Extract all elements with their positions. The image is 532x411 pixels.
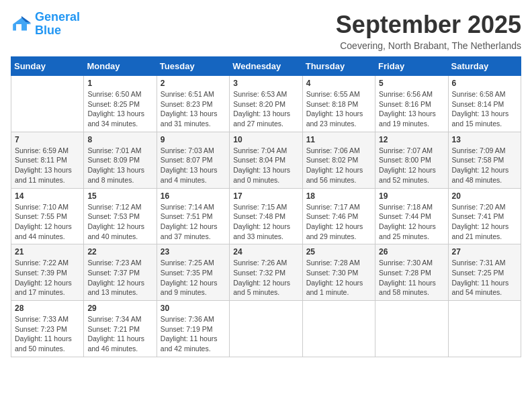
weekday-header: Monday xyxy=(84,57,157,76)
calendar-cell: 29Sunrise: 7:34 AM Sunset: 7:21 PM Dayli… xyxy=(84,301,157,357)
calendar-cell: 14Sunrise: 7:10 AM Sunset: 7:55 PM Dayli… xyxy=(11,188,84,244)
day-number: 24 xyxy=(233,247,298,257)
day-info: Sunrise: 7:31 AM Sunset: 7:25 PM Dayligh… xyxy=(452,258,517,298)
day-info: Sunrise: 7:36 AM Sunset: 7:19 PM Dayligh… xyxy=(161,314,226,354)
day-number: 6 xyxy=(452,79,517,88)
location: Coevering, North Brabant, The Netherland… xyxy=(336,40,521,51)
day-number: 30 xyxy=(161,304,226,313)
calendar-cell: 16Sunrise: 7:14 AM Sunset: 7:51 PM Dayli… xyxy=(157,188,229,244)
day-info: Sunrise: 7:06 AM Sunset: 8:02 PM Dayligh… xyxy=(306,146,371,185)
day-number: 2 xyxy=(161,79,226,88)
svg-marker-0 xyxy=(13,17,31,30)
day-info: Sunrise: 7:12 AM Sunset: 7:53 PM Dayligh… xyxy=(87,202,152,242)
day-info: Sunrise: 6:56 AM Sunset: 8:16 PM Dayligh… xyxy=(379,89,444,129)
day-info: Sunrise: 7:15 AM Sunset: 7:48 PM Dayligh… xyxy=(233,202,298,242)
calendar-cell: 5Sunrise: 6:56 AM Sunset: 8:16 PM Daylig… xyxy=(375,76,448,132)
page-header: General Blue September 2025 Coevering, N… xyxy=(11,11,521,51)
day-info: Sunrise: 6:51 AM Sunset: 8:23 PM Dayligh… xyxy=(161,89,226,129)
day-number: 9 xyxy=(161,135,226,144)
calendar-cell: 18Sunrise: 7:17 AM Sunset: 7:46 PM Dayli… xyxy=(302,188,375,244)
day-info: Sunrise: 7:30 AM Sunset: 7:28 PM Dayligh… xyxy=(379,258,444,298)
calendar-header-row: SundayMondayTuesdayWednesdayThursdayFrid… xyxy=(11,57,521,76)
day-number: 13 xyxy=(452,135,517,144)
calendar-cell: 10Sunrise: 7:04 AM Sunset: 8:04 PM Dayli… xyxy=(230,132,302,188)
day-number: 28 xyxy=(15,304,80,313)
calendar-cell xyxy=(448,301,521,357)
day-info: Sunrise: 7:17 AM Sunset: 7:46 PM Dayligh… xyxy=(306,202,371,242)
day-number: 11 xyxy=(306,135,371,144)
day-info: Sunrise: 6:53 AM Sunset: 8:20 PM Dayligh… xyxy=(233,89,298,129)
logo: General Blue xyxy=(11,11,80,38)
weekday-header: Tuesday xyxy=(157,57,229,76)
day-info: Sunrise: 7:10 AM Sunset: 7:55 PM Dayligh… xyxy=(15,202,80,242)
day-info: Sunrise: 7:26 AM Sunset: 7:32 PM Dayligh… xyxy=(233,258,298,298)
calendar-cell: 15Sunrise: 7:12 AM Sunset: 7:53 PM Dayli… xyxy=(84,188,157,244)
weekday-header: Wednesday xyxy=(230,57,302,76)
month-title: September 2025 xyxy=(336,11,521,39)
calendar-cell: 23Sunrise: 7:25 AM Sunset: 7:35 PM Dayli… xyxy=(157,244,229,301)
day-number: 18 xyxy=(306,191,371,201)
day-info: Sunrise: 6:58 AM Sunset: 8:14 PM Dayligh… xyxy=(452,89,517,129)
calendar-cell: 8Sunrise: 7:01 AM Sunset: 8:09 PM Daylig… xyxy=(84,132,157,188)
weekday-header: Friday xyxy=(375,57,448,76)
calendar-cell: 9Sunrise: 7:03 AM Sunset: 8:07 PM Daylig… xyxy=(157,132,229,188)
day-number: 26 xyxy=(379,247,444,257)
calendar-cell: 20Sunrise: 7:20 AM Sunset: 7:41 PM Dayli… xyxy=(448,188,521,244)
calendar-cell xyxy=(230,301,302,357)
day-info: Sunrise: 7:04 AM Sunset: 8:04 PM Dayligh… xyxy=(233,146,298,185)
calendar-cell: 21Sunrise: 7:22 AM Sunset: 7:39 PM Dayli… xyxy=(11,244,84,301)
calendar-cell xyxy=(302,301,375,357)
calendar-cell: 26Sunrise: 7:30 AM Sunset: 7:28 PM Dayli… xyxy=(375,244,448,301)
weekday-header: Sunday xyxy=(11,57,84,76)
day-number: 5 xyxy=(379,79,444,88)
day-number: 3 xyxy=(233,79,298,88)
day-info: Sunrise: 7:34 AM Sunset: 7:21 PM Dayligh… xyxy=(87,314,152,354)
day-number: 27 xyxy=(452,247,517,257)
day-info: Sunrise: 7:20 AM Sunset: 7:41 PM Dayligh… xyxy=(452,202,517,242)
day-number: 20 xyxy=(452,191,517,201)
day-number: 15 xyxy=(87,191,152,201)
calendar-week-row: 1Sunrise: 6:50 AM Sunset: 8:25 PM Daylig… xyxy=(11,76,521,132)
calendar-cell: 4Sunrise: 6:55 AM Sunset: 8:18 PM Daylig… xyxy=(302,76,375,132)
day-info: Sunrise: 7:18 AM Sunset: 7:44 PM Dayligh… xyxy=(379,202,444,242)
day-info: Sunrise: 6:59 AM Sunset: 8:11 PM Dayligh… xyxy=(15,146,80,185)
day-info: Sunrise: 7:14 AM Sunset: 7:51 PM Dayligh… xyxy=(161,202,226,242)
day-number: 10 xyxy=(233,135,298,144)
day-number: 23 xyxy=(161,247,226,257)
logo-text: General Blue xyxy=(35,11,80,38)
calendar-cell xyxy=(375,301,448,357)
day-number: 17 xyxy=(233,191,298,201)
calendar-cell: 1Sunrise: 6:50 AM Sunset: 8:25 PM Daylig… xyxy=(84,76,157,132)
weekday-header: Thursday xyxy=(302,57,375,76)
calendar-cell: 6Sunrise: 6:58 AM Sunset: 8:14 PM Daylig… xyxy=(448,76,521,132)
calendar-cell xyxy=(11,76,84,132)
logo-icon xyxy=(11,13,32,35)
calendar-cell: 28Sunrise: 7:33 AM Sunset: 7:23 PM Dayli… xyxy=(11,301,84,357)
day-info: Sunrise: 7:33 AM Sunset: 7:23 PM Dayligh… xyxy=(15,314,80,354)
calendar-cell: 27Sunrise: 7:31 AM Sunset: 7:25 PM Dayli… xyxy=(448,244,521,301)
calendar-cell: 11Sunrise: 7:06 AM Sunset: 8:02 PM Dayli… xyxy=(302,132,375,188)
day-number: 14 xyxy=(15,191,80,201)
day-number: 1 xyxy=(87,79,152,88)
day-number: 29 xyxy=(87,304,152,313)
day-number: 7 xyxy=(15,135,80,144)
calendar-cell: 30Sunrise: 7:36 AM Sunset: 7:19 PM Dayli… xyxy=(157,301,229,357)
day-number: 4 xyxy=(306,79,371,88)
calendar-cell: 17Sunrise: 7:15 AM Sunset: 7:48 PM Dayli… xyxy=(230,188,302,244)
day-info: Sunrise: 6:55 AM Sunset: 8:18 PM Dayligh… xyxy=(306,89,371,129)
calendar-week-row: 21Sunrise: 7:22 AM Sunset: 7:39 PM Dayli… xyxy=(11,244,521,301)
calendar-cell: 22Sunrise: 7:23 AM Sunset: 7:37 PM Dayli… xyxy=(84,244,157,301)
day-number: 25 xyxy=(306,247,371,257)
day-info: Sunrise: 6:50 AM Sunset: 8:25 PM Dayligh… xyxy=(87,89,152,129)
calendar-table: SundayMondayTuesdayWednesdayThursdayFrid… xyxy=(11,56,521,357)
day-info: Sunrise: 7:09 AM Sunset: 7:58 PM Dayligh… xyxy=(452,146,517,185)
calendar-week-row: 7Sunrise: 6:59 AM Sunset: 8:11 PM Daylig… xyxy=(11,132,521,188)
calendar-cell: 24Sunrise: 7:26 AM Sunset: 7:32 PM Dayli… xyxy=(230,244,302,301)
calendar-cell: 13Sunrise: 7:09 AM Sunset: 7:58 PM Dayli… xyxy=(448,132,521,188)
day-info: Sunrise: 7:25 AM Sunset: 7:35 PM Dayligh… xyxy=(161,258,226,298)
day-number: 8 xyxy=(87,135,152,144)
calendar-week-row: 14Sunrise: 7:10 AM Sunset: 7:55 PM Dayli… xyxy=(11,188,521,244)
calendar-cell: 12Sunrise: 7:07 AM Sunset: 8:00 PM Dayli… xyxy=(375,132,448,188)
day-info: Sunrise: 7:01 AM Sunset: 8:09 PM Dayligh… xyxy=(87,146,152,185)
calendar-cell: 3Sunrise: 6:53 AM Sunset: 8:20 PM Daylig… xyxy=(230,76,302,132)
